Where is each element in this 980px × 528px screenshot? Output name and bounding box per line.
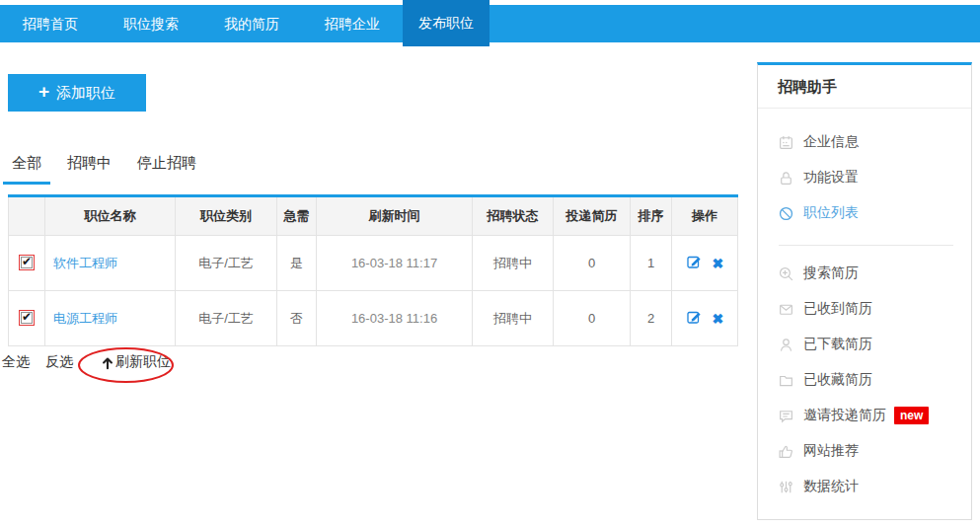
delete-icon[interactable]: ✖ <box>712 256 723 271</box>
sidebar-item-job-list[interactable]: 职位列表 <box>778 195 957 231</box>
checkmark-icon: ✔ <box>22 255 32 268</box>
sidebar-item-label: 网站推荐 <box>803 442 859 460</box>
up-arrow-icon <box>101 355 114 370</box>
order-cell: 2 <box>631 291 672 346</box>
job-table: 职位名称 职位类别 急需 刷新时间 招聘状态 投递简历 排序 操作 ✔ <box>8 194 738 346</box>
row-checkbox[interactable]: ✔ <box>21 257 33 268</box>
header-refresh-time: 刷新时间 <box>317 196 473 236</box>
sidebar-item-site-recommend[interactable]: 网站推荐 <box>778 433 957 469</box>
add-job-button[interactable]: + 添加职位 <box>8 74 146 112</box>
nav-item-my-resume[interactable]: 我的简历 <box>201 5 302 42</box>
lock-icon <box>778 170 794 187</box>
job-name-link[interactable]: 软件工程师 <box>53 256 117 270</box>
sidebar-item-label: 数据统计 <box>803 478 859 495</box>
sidebar-item-label: 已收到简历 <box>803 300 872 318</box>
delete-icon[interactable]: ✖ <box>712 311 723 327</box>
folder-icon <box>778 372 794 389</box>
search-plus-icon <box>778 265 794 282</box>
checkmark-icon: ✔ <box>22 310 32 324</box>
sidebar-item-invite-resumes[interactable]: 邀请投递简历 new <box>778 398 957 433</box>
page: 招聘首页 职位搜索 我的简历 招聘企业 发布职位 + 添加职位 全部 招聘中 停… <box>0 0 980 528</box>
table-row: ✔ 电源工程师 电子/工艺 否 16-03-18 11:16 招聘中 0 2 <box>9 291 738 346</box>
sidebar-item-label: 已下载简历 <box>803 336 872 353</box>
new-badge: new <box>894 407 929 424</box>
id-card-icon <box>778 134 794 151</box>
refresh-time-cell: 16-03-18 11:17 <box>317 236 473 291</box>
table-footer-actions: 全选 反选 刷新职位 <box>2 353 171 371</box>
job-name-link[interactable]: 电源工程师 <box>53 311 117 326</box>
order-cell: 1 <box>631 236 672 291</box>
resumes-cell: 0 <box>554 236 631 291</box>
header-job-category: 职位类别 <box>176 196 277 236</box>
header-checkbox-col <box>9 196 45 236</box>
job-category-cell: 电子/工艺 <box>176 236 277 291</box>
sidebar-item-search-resumes[interactable]: 搜索简历 <box>778 256 957 291</box>
tab-recruiting[interactable]: 招聘中 <box>58 154 120 185</box>
nav-item-companies[interactable]: 招聘企业 <box>302 5 403 42</box>
nav-item-post-job[interactable]: 发布职位 <box>403 0 490 46</box>
recruitment-assistant-panel: 招聘助手 企业信息 功能设置 <box>757 62 972 520</box>
invert-selection-link[interactable]: 反选 <box>45 353 73 371</box>
sidebar-item-label: 功能设置 <box>803 169 859 187</box>
top-navigation: 招聘首页 职位搜索 我的简历 招聘企业 发布职位 <box>0 5 980 42</box>
resumes-cell: 0 <box>554 291 631 346</box>
add-job-label: 添加职位 <box>56 84 115 103</box>
table-header-row: 职位名称 职位类别 急需 刷新时间 招聘状态 投递简历 排序 操作 <box>9 196 738 236</box>
status-cell: 招聘中 <box>473 291 554 346</box>
sidebar-item-favorited-resumes[interactable]: 已收藏简历 <box>778 362 957 398</box>
plus-icon: + <box>38 81 49 103</box>
checkbox-highlight-annotation: ✔ <box>19 255 35 270</box>
sidebar-title: 招聘助手 <box>758 65 971 109</box>
table-row: ✔ 软件工程师 电子/工艺 是 16-03-18 11:17 招聘中 0 1 <box>9 236 738 291</box>
sidebar-item-label: 邀请投递简历 <box>803 407 886 424</box>
tab-stopped[interactable]: 停止招聘 <box>128 154 205 185</box>
urgent-cell: 否 <box>277 291 317 346</box>
sidebar-item-label: 企业信息 <box>803 133 859 151</box>
sidebar-item-label: 已收藏简历 <box>803 371 872 389</box>
sidebar-item-received-resumes[interactable]: 已收到简历 <box>778 291 957 327</box>
header-resumes: 投递简历 <box>554 196 631 236</box>
ban-icon <box>778 205 794 222</box>
checkbox-highlight-annotation: ✔ <box>19 310 35 326</box>
select-all-link[interactable]: 全选 <box>2 353 30 371</box>
tab-all[interactable]: 全部 <box>3 154 50 185</box>
nav-item-job-search[interactable]: 职位搜索 <box>101 5 201 42</box>
nav-item-recruit-home[interactable]: 招聘首页 <box>0 5 101 42</box>
refresh-jobs-label: 刷新职位 <box>115 353 171 371</box>
thumbs-up-icon <box>778 443 794 460</box>
sidebar-item-label: 搜索简历 <box>803 264 859 282</box>
urgent-cell: 是 <box>277 236 317 291</box>
job-category-cell: 电子/工艺 <box>176 291 277 346</box>
header-job-name: 职位名称 <box>45 196 176 236</box>
status-cell: 招聘中 <box>473 236 554 291</box>
sidebar-item-settings[interactable]: 功能设置 <box>778 160 957 195</box>
sidebar-list: 企业信息 功能设置 职位列表 <box>758 109 971 504</box>
user-icon <box>778 337 794 353</box>
sidebar-divider <box>779 245 953 246</box>
edit-icon[interactable] <box>686 254 702 272</box>
header-order: 排序 <box>631 196 672 236</box>
envelope-icon <box>778 301 794 318</box>
sidebar-item-downloaded-resumes[interactable]: 已下载简历 <box>778 327 957 362</box>
sidebar-item-label: 职位列表 <box>803 204 859 222</box>
status-filter-tabs: 全部 招聘中 停止招聘 <box>3 154 213 185</box>
sidebar-item-company-info[interactable]: 企业信息 <box>778 124 957 160</box>
refresh-time-cell: 16-03-18 11:16 <box>317 291 473 346</box>
refresh-jobs-link[interactable]: 刷新职位 <box>101 353 171 371</box>
sidebar-item-statistics[interactable]: 数据统计 <box>778 469 957 504</box>
sliders-icon <box>778 479 794 495</box>
header-urgent: 急需 <box>277 196 317 236</box>
header-status: 招聘状态 <box>473 196 554 236</box>
row-checkbox[interactable]: ✔ <box>21 312 33 324</box>
comment-icon <box>778 408 794 424</box>
edit-icon[interactable] <box>686 309 702 328</box>
header-operations: 操作 <box>672 196 738 236</box>
